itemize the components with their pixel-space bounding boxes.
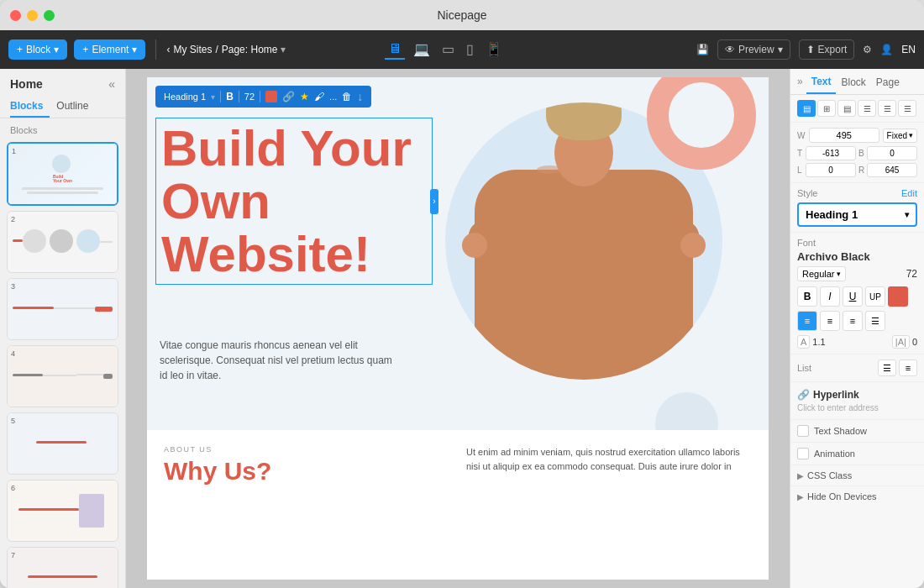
desktop-icon[interactable]: 🖥 (385, 39, 405, 60)
page-item-5[interactable]: 5 (7, 412, 118, 475)
tab-blocks[interactable]: Blocks (10, 96, 50, 118)
hero-heading-block[interactable]: Build Your Own Website! › (155, 118, 433, 285)
width-mode[interactable]: Fixed ▾ (883, 129, 917, 143)
page-item-2[interactable]: 2 (7, 211, 118, 273)
add-block-button[interactable]: + Block ▾ (8, 39, 67, 60)
ordered-list-button[interactable]: ≡ (899, 360, 917, 376)
hide-on-devices-section[interactable]: ▶ Hide On Devices (790, 486, 924, 507)
align-middle-button[interactable]: ☰ (878, 100, 896, 117)
bottom-value[interactable]: 0 (867, 146, 917, 160)
page-item-6[interactable]: 6 (7, 480, 118, 542)
panel-arrow-left[interactable]: » (794, 71, 806, 92)
add-element-button[interactable]: + Element ▾ (74, 39, 145, 60)
letter-spacing-row: |A| 0 (892, 335, 917, 349)
gear-icon: ⚙ (863, 44, 872, 55)
right-value[interactable]: 645 (867, 163, 917, 177)
bold-format-button[interactable]: B (797, 286, 817, 307)
tab-outline[interactable]: Outline (56, 96, 95, 118)
align-right-button[interactable]: ▤ (837, 100, 856, 117)
width-value[interactable]: 495 (809, 128, 879, 143)
page-item-1[interactable]: 1 BuildYour Own (7, 142, 118, 206)
page-thumbnail-6 (8, 480, 118, 541)
hero-section[interactable]: Heading 1 ▾ B 72 🔗 ★ 🖌 ... 🗑 ↓ (147, 77, 769, 514)
style-dropdown[interactable]: Heading 1 ▾ (797, 202, 917, 227)
export-button[interactable]: ⬆ Export (799, 39, 855, 60)
width-label: W (797, 131, 806, 140)
text-align-left-button[interactable]: ≡ (797, 311, 817, 331)
tab-page[interactable]: Page (871, 70, 905, 93)
preview-button[interactable]: 👁 Preview ▾ (717, 39, 790, 60)
text-shadow-checkbox[interactable] (797, 425, 809, 437)
mobile-icon[interactable]: 📱 (482, 39, 506, 60)
tablet-icon[interactable]: ▭ (438, 39, 458, 60)
chevron-icon: ▾ (54, 44, 59, 55)
underline-format-button[interactable]: U (843, 286, 863, 307)
tab-block[interactable]: Block (836, 70, 870, 93)
canvas-area[interactable]: Heading 1 ▾ B 72 🔗 ★ 🖌 ... 🗑 ↓ (126, 69, 790, 588)
page-item-3[interactable]: 3 (7, 278, 118, 340)
font-size-value[interactable]: 72 (906, 268, 917, 280)
font-label: Font (797, 238, 917, 248)
link-icon[interactable]: 🔗 (282, 91, 295, 102)
tab-text[interactable]: Text (806, 69, 837, 94)
align-left-button[interactable]: ▤ (797, 100, 816, 117)
save-icon: 💾 (696, 44, 709, 55)
chevron-down-icon: ▾ (281, 44, 286, 55)
brush-icon[interactable]: 🖌 (314, 91, 324, 102)
close-button[interactable] (10, 10, 21, 21)
settings-button[interactable]: ⚙ (863, 44, 872, 55)
hero-heading[interactable]: Build Your Own Website! (161, 122, 427, 281)
hyperlink-label: Hyperlink (813, 389, 859, 401)
animation-checkbox[interactable] (797, 448, 809, 459)
css-class-section[interactable]: ▶ CSS Class (790, 465, 924, 486)
align-center-h-button[interactable]: ⊞ (817, 100, 836, 117)
canvas: Heading 1 ▾ B 72 🔗 ★ 🖌 ... 🗑 ↓ (147, 77, 769, 580)
collapse-sidebar-button[interactable]: « (108, 77, 115, 91)
heading-style-select[interactable]: Heading 1 (164, 92, 206, 102)
left-value[interactable]: 0 (806, 163, 856, 177)
language-selector[interactable]: EN (901, 44, 916, 55)
unordered-list-button[interactable]: ☰ (878, 360, 896, 376)
page-home-dropdown[interactable]: Page: Home (222, 44, 278, 55)
uppercase-format-button[interactable]: UP (865, 286, 885, 307)
italic-format-button[interactable]: I (820, 286, 840, 307)
laptop-icon[interactable]: 💻 (410, 39, 433, 60)
page-thumbnail-1: BuildYour Own (8, 144, 117, 204)
star-icon[interactable]: ★ (300, 91, 309, 102)
text-shadow-section: Text Shadow (790, 420, 924, 443)
font-size-display[interactable]: 72 (244, 92, 255, 102)
text-align-right-button[interactable]: ≡ (843, 311, 863, 331)
text-align-center-button[interactable]: ≡ (820, 311, 840, 331)
down-arrow-icon[interactable]: ↓ (357, 90, 363, 103)
letter-spacing-value[interactable]: 0 (912, 337, 917, 347)
fullscreen-button[interactable] (44, 10, 55, 21)
line-height-value[interactable]: 1.1 (812, 337, 825, 347)
alignment-buttons: ▤ ⊞ ▤ ☰ ☰ ☰ (797, 100, 917, 117)
hyperlink-hint[interactable]: Click to enter address (797, 403, 917, 412)
save-button[interactable]: 💾 (696, 44, 709, 55)
css-class-label: CSS Class (807, 470, 852, 480)
color-picker[interactable] (265, 91, 277, 102)
resize-handle[interactable]: › (430, 189, 438, 214)
minimize-button[interactable] (27, 10, 38, 21)
delete-icon[interactable]: 🗑 (342, 91, 352, 102)
top-value[interactable]: -613 (806, 146, 856, 160)
page-item-7[interactable]: 7 (7, 547, 118, 588)
bold-button[interactable]: B (226, 91, 234, 102)
page-item-4[interactable]: 4 (7, 345, 118, 407)
align-top-button[interactable]: ☰ (858, 100, 876, 117)
user-button[interactable]: 👤 (880, 44, 893, 55)
style-edit-button[interactable]: Edit (901, 188, 917, 198)
align-bottom-button[interactable]: ☰ (898, 100, 916, 117)
device-switcher: 🖥 💻 ▭ ▯ 📱 (385, 39, 506, 60)
more-options-button[interactable]: ... (329, 92, 337, 102)
alignment-section: ▤ ⊞ ▤ ☰ ☰ ☰ (790, 95, 924, 123)
font-name[interactable]: Archivo Black (797, 250, 917, 263)
text-align-justify-button[interactable]: ☰ (865, 311, 885, 331)
tablet-portrait-icon[interactable]: ▯ (463, 39, 477, 60)
text-color-picker[interactable] (888, 286, 908, 307)
heading-toolbar: Heading 1 ▾ B 72 🔗 ★ 🖌 ... 🗑 ↓ (155, 86, 371, 108)
main-toolbar: + Block ▾ + Element ▾ ‹ My Sites / Page:… (0, 30, 924, 69)
font-style-select[interactable]: Regular ▾ (797, 266, 846, 281)
about-heading[interactable]: Why Us? (164, 457, 449, 486)
